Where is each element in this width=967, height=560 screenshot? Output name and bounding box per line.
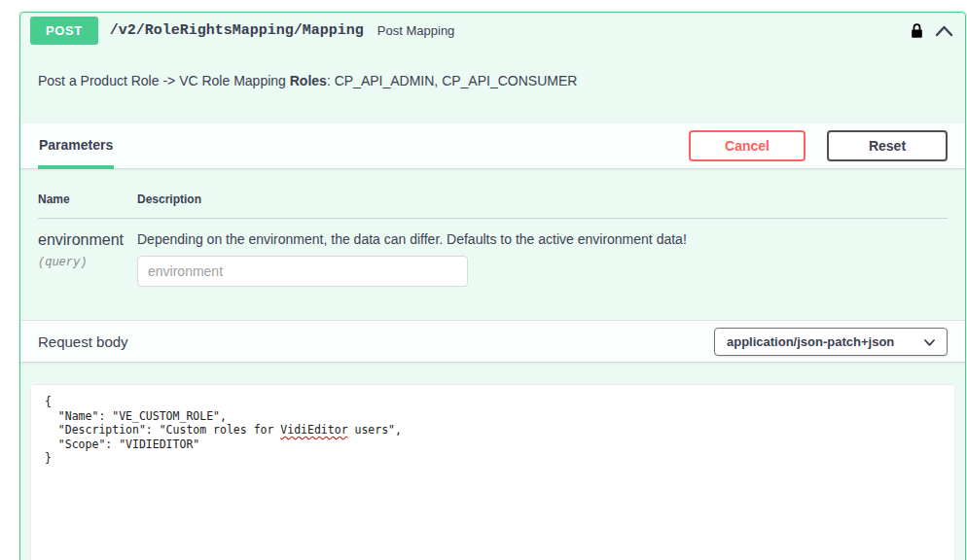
code-line: } bbox=[45, 451, 941, 466]
code-line: { bbox=[45, 395, 941, 409]
endpoint-summary[interactable]: POST /v2/RoleRightsMapping/Mapping Post … bbox=[20, 13, 965, 49]
parameters-header-buttons: Cancel Reset bbox=[689, 130, 948, 161]
opblock-post: POST /v2/RoleRightsMapping/Mapping Post … bbox=[19, 12, 966, 560]
description-roles-label: Roles bbox=[290, 73, 327, 88]
method-badge[interactable]: POST bbox=[30, 17, 98, 45]
request-body-header: Request body application/json-patch+json bbox=[20, 320, 965, 363]
parameter-description: Depending on the environment, the data c… bbox=[137, 231, 948, 247]
code-text: "Name": "VE_CUSTOM_ROLE", bbox=[45, 409, 227, 423]
chevron-up-icon[interactable] bbox=[935, 25, 953, 37]
parameter-name-cell: environment (query) bbox=[38, 219, 137, 287]
column-header-name: Name bbox=[38, 169, 137, 219]
endpoint-path[interactable]: /v2/RoleRightsMapping/Mapping bbox=[110, 22, 364, 39]
request-body-editor[interactable]: { "Name": "VE_CUSTOM_ROLE", "Description… bbox=[30, 384, 955, 560]
code-text: { bbox=[45, 395, 52, 408]
parameters-table: Name Description environment (query) Dep… bbox=[20, 169, 965, 320]
code-text: "Description": "Custom roles for bbox=[45, 423, 280, 437]
misspelled-word: VidiEditor bbox=[280, 423, 347, 437]
description-text: Post a Product Role -> VC Role Mapping bbox=[38, 73, 290, 88]
endpoint-summary-text: Post Mapping bbox=[377, 23, 455, 38]
code-text: "Scope": "VIDIEDITOR" bbox=[45, 438, 199, 451]
parameters-title: Parameters bbox=[38, 123, 114, 169]
summary-icons bbox=[911, 22, 955, 39]
code-text: users", bbox=[348, 423, 402, 437]
cancel-button[interactable]: Cancel bbox=[689, 130, 806, 161]
chevron-down-icon bbox=[924, 334, 935, 349]
code-text: } bbox=[45, 451, 52, 465]
content-type-value: application/json-patch+json bbox=[727, 334, 894, 349]
parameter-location: (query) bbox=[38, 256, 137, 269]
request-body-label: Request body bbox=[38, 333, 128, 350]
code-line: "Scope": "VIDIEDITOR" bbox=[45, 438, 941, 452]
reset-button[interactable]: Reset bbox=[827, 130, 948, 161]
parameter-description-cell: Depending on the environment, the data c… bbox=[137, 219, 948, 287]
lock-icon[interactable] bbox=[911, 22, 923, 39]
request-body-section: { "Name": "VE_CUSTOM_ROLE", "Description… bbox=[20, 363, 965, 560]
parameters-header: Parameters Cancel Reset bbox=[20, 123, 965, 169]
parameter-name: environment bbox=[38, 231, 137, 249]
content-type-dropdown[interactable]: application/json-patch+json bbox=[714, 328, 948, 356]
code-line: "Name": "VE_CUSTOM_ROLE", bbox=[45, 409, 941, 424]
environment-input[interactable] bbox=[137, 256, 468, 287]
column-header-description: Description bbox=[137, 169, 948, 219]
operation-description: Post a Product Role -> VC Role Mapping R… bbox=[20, 49, 965, 123]
description-roles-list: : CP_API_ADMIN, CP_API_CONSUMER bbox=[327, 73, 578, 88]
code-line: "Description": "Custom roles for VidiEdi… bbox=[45, 423, 941, 438]
